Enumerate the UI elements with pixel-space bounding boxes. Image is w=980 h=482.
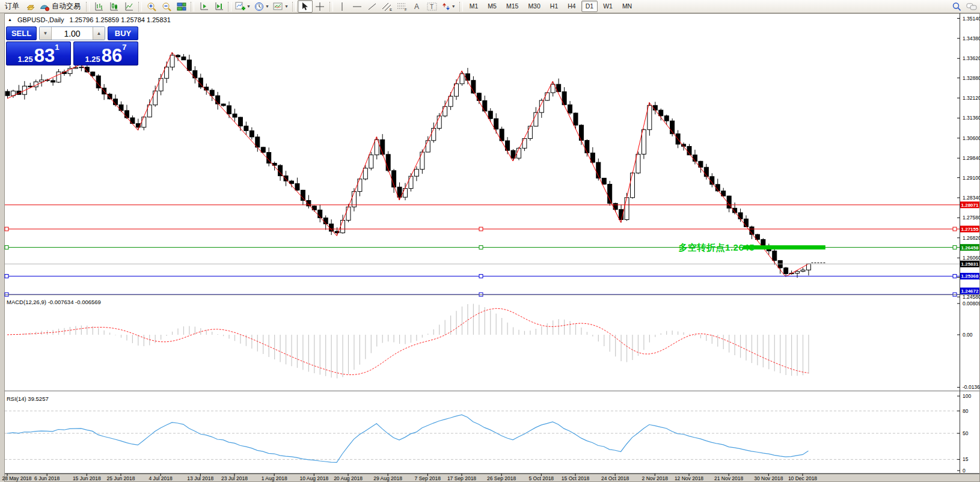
pivot-annotation[interactable]: 多空转折点1.2645 bbox=[679, 242, 755, 254]
line-handle[interactable] bbox=[479, 274, 483, 278]
zoom-out-icon bbox=[162, 2, 171, 11]
timeframe-h4-button[interactable]: H4 bbox=[563, 1, 580, 12]
volume-stepper: ▼ 1.00 ▲ bbox=[39, 26, 105, 40]
timeframe-m5-button[interactable]: M5 bbox=[483, 1, 501, 12]
text-label-button[interactable]: T bbox=[425, 0, 440, 13]
equidistant-channel-icon: E bbox=[382, 2, 393, 11]
price-axis-label: 1.31360 bbox=[963, 115, 980, 121]
volume-increase-button[interactable]: ▲ bbox=[93, 27, 105, 40]
timeframe-m1-button[interactable]: M1 bbox=[465, 1, 483, 12]
equidistant-channel-button[interactable]: E bbox=[380, 0, 395, 13]
tile-windows-button[interactable] bbox=[174, 0, 189, 13]
candle bbox=[244, 126, 248, 131]
price-axis-label: 1.26820 bbox=[963, 235, 980, 241]
candle bbox=[494, 118, 498, 129]
fibonacci-button[interactable]: F bbox=[395, 0, 410, 13]
indicators-icon bbox=[235, 2, 245, 11]
candle bbox=[124, 111, 129, 118]
macd-axis-label: 0.00809 bbox=[963, 300, 980, 307]
candle bbox=[5, 91, 10, 96]
line-handle[interactable] bbox=[953, 246, 957, 249]
volume-input[interactable]: 1.00 bbox=[52, 27, 93, 40]
line-handle[interactable] bbox=[953, 227, 957, 231]
candle bbox=[142, 117, 146, 127]
timeframe-h1-button[interactable]: H1 bbox=[546, 1, 562, 12]
templates-button[interactable]: ▼ bbox=[271, 0, 290, 13]
zoom-out-button[interactable] bbox=[159, 0, 174, 13]
date-axis-label: 12 Nov 2018 bbox=[675, 475, 703, 481]
volume-decrease-button[interactable]: ▼ bbox=[40, 27, 52, 40]
buy-price-display[interactable]: 1.25867 bbox=[73, 41, 138, 66]
candle bbox=[165, 67, 169, 79]
crosshair-button[interactable] bbox=[313, 0, 328, 13]
trendline-button[interactable] bbox=[365, 0, 380, 13]
rsi-axis-label: 50 bbox=[963, 430, 969, 436]
indicators-button[interactable]: ▼ bbox=[233, 0, 253, 13]
timeframe-d1-button[interactable]: D1 bbox=[581, 1, 598, 12]
trendline-icon bbox=[367, 2, 377, 11]
periods-button[interactable]: ▼ bbox=[253, 0, 271, 13]
sell-price-display[interactable]: 1.25831 bbox=[6, 41, 71, 66]
market-watch-button[interactable] bbox=[23, 0, 38, 13]
horizontal-line-button[interactable] bbox=[350, 0, 365, 13]
line-handle[interactable] bbox=[479, 246, 483, 249]
candle bbox=[187, 60, 191, 71]
new-order-button[interactable]: 订单 bbox=[1, 0, 23, 13]
price-axis-label: 1.30600 bbox=[963, 135, 980, 141]
line-chart-button[interactable] bbox=[121, 0, 136, 13]
price-axis-label: 1.34380 bbox=[963, 35, 980, 41]
toolbar-separator bbox=[329, 2, 333, 11]
cursor-button[interactable] bbox=[298, 0, 313, 13]
candle bbox=[636, 154, 640, 173]
candle bbox=[28, 86, 32, 87]
candle bbox=[659, 110, 663, 116]
candle bbox=[414, 169, 418, 176]
search-button[interactable] bbox=[949, 0, 964, 13]
candle bbox=[602, 178, 606, 184]
candle bbox=[585, 141, 589, 153]
candle bbox=[608, 184, 612, 203]
line-handle[interactable] bbox=[953, 274, 957, 278]
zoom-in-button[interactable] bbox=[144, 0, 159, 13]
timeframe-m15-button[interactable]: M15 bbox=[502, 1, 522, 12]
line-chart-icon bbox=[124, 2, 134, 11]
chart-shift-button[interactable] bbox=[211, 0, 226, 13]
line-handle[interactable] bbox=[5, 246, 8, 249]
auto-scroll-button[interactable] bbox=[196, 0, 211, 13]
dropdown-caret-icon: ▼ bbox=[452, 4, 456, 8]
line-handle[interactable] bbox=[479, 227, 483, 231]
down-caret-icon: ▼ bbox=[43, 31, 48, 36]
vertical-line-icon bbox=[338, 2, 346, 11]
candle bbox=[488, 111, 492, 118]
candle bbox=[221, 104, 225, 106]
date-axis-label: 24 Oct 2018 bbox=[601, 475, 629, 481]
candlestick-chart-button[interactable] bbox=[106, 0, 121, 13]
periods-icon bbox=[254, 2, 264, 11]
line-handle[interactable] bbox=[5, 227, 8, 231]
gold-icon bbox=[26, 2, 35, 11]
date-axis-label: 21 Nov 2018 bbox=[714, 475, 743, 481]
date-axis-label: 23 Jul 2018 bbox=[221, 475, 248, 481]
chat-button[interactable] bbox=[964, 0, 979, 13]
timeframe-mn-button[interactable]: MN bbox=[618, 1, 636, 12]
candle bbox=[57, 72, 61, 82]
candlestick-chart-icon bbox=[109, 2, 119, 11]
vertical-line-button[interactable] bbox=[335, 0, 350, 13]
timeframe-group: M1M5M15M30H1H4D1W1MN bbox=[465, 1, 637, 12]
crosshair-icon bbox=[315, 2, 325, 11]
arrows-button[interactable]: ▼ bbox=[440, 0, 458, 13]
line-handle[interactable] bbox=[5, 274, 8, 278]
rsi-axis-label: 0 bbox=[963, 468, 966, 474]
timeframe-m30-button[interactable]: M30 bbox=[524, 1, 544, 12]
toolbar-separator bbox=[138, 2, 142, 11]
chart-canvas[interactable]: 1.351401.343801.336201.328801.321201.313… bbox=[0, 13, 980, 482]
timeframe-w1-button[interactable]: W1 bbox=[599, 1, 617, 12]
search-icon bbox=[952, 2, 961, 11]
bar-chart-button[interactable] bbox=[91, 0, 106, 13]
pivot-highlight-bar[interactable] bbox=[743, 245, 825, 249]
auto-trading-button[interactable]: 自动交易 bbox=[38, 0, 84, 13]
sell-button[interactable]: SELL bbox=[6, 26, 37, 40]
candle bbox=[176, 55, 180, 57]
text-button[interactable]: A bbox=[410, 0, 425, 13]
buy-button[interactable]: BUY bbox=[108, 26, 138, 40]
